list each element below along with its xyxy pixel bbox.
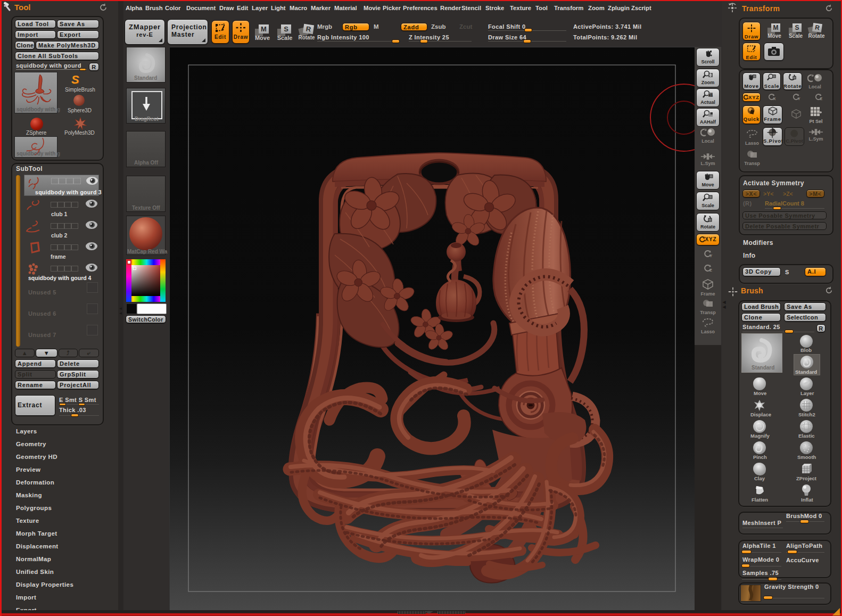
svg-text:x1: x1 bbox=[709, 93, 713, 97]
svg-text:Z: Z bbox=[709, 268, 712, 273]
svg-text:Y: Y bbox=[798, 96, 800, 101]
svg-text:X: X bbox=[773, 96, 776, 101]
svg-text:Z: Z bbox=[820, 96, 823, 101]
svg-text:Y: Y bbox=[709, 253, 713, 258]
